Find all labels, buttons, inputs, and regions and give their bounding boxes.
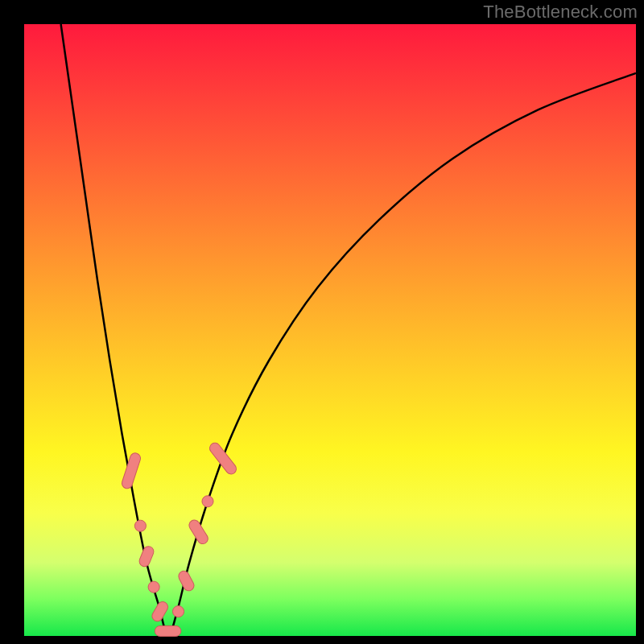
plot-area (24, 24, 636, 636)
marker-dot (134, 520, 146, 531)
curve-markers (121, 441, 238, 637)
marker-capsule (151, 600, 170, 623)
marker-capsule (187, 518, 209, 546)
watermark-text: TheBottleneck.com (483, 2, 638, 23)
marker-dot (148, 581, 159, 592)
bottleneck-curve (61, 24, 636, 636)
marker-capsule (155, 625, 181, 636)
chart-frame: TheBottleneck.com (0, 0, 644, 644)
marker-capsule (177, 569, 196, 592)
marker-capsule (121, 452, 142, 489)
marker-dot (202, 496, 213, 507)
marker-capsule (208, 441, 238, 477)
marker-dot (172, 606, 184, 617)
marker-capsule (138, 545, 155, 568)
curve-layer (24, 24, 636, 636)
